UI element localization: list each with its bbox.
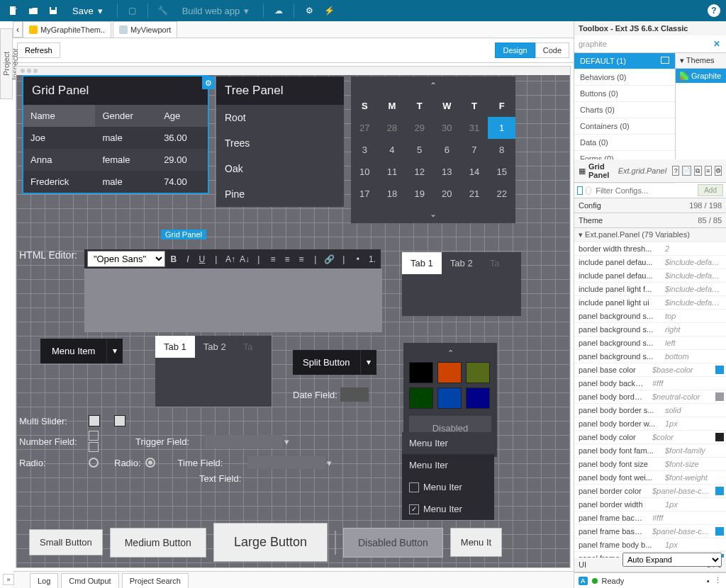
menu-list[interactable]: Menu Iter Menu Iter Menu Iter ✓Menu Iter	[402, 432, 494, 520]
menu-button[interactable]: Menu Item ▾	[40, 339, 123, 363]
chevron-down-icon[interactable]: ▾	[327, 458, 332, 468]
filter-circle-icon[interactable]	[586, 186, 591, 195]
gear-icon[interactable]: ⚙	[301, 3, 317, 18]
cmd-output-tab[interactable]: Cmd Output	[61, 573, 118, 588]
color-swatch[interactable]	[466, 362, 490, 383]
theme-var-row[interactable]: panel border width1px	[574, 498, 726, 511]
date-field[interactable]	[340, 388, 369, 402]
cal-selected-day[interactable]: 1	[488, 117, 515, 139]
cloud-icon[interactable]: ☁	[271, 3, 286, 18]
font-grow-icon[interactable]: A↑	[225, 254, 236, 264]
help-icon[interactable]: ?	[672, 166, 679, 176]
log-tab[interactable]: Log	[30, 573, 58, 588]
color-swatch[interactable]	[715, 392, 724, 401]
cal-next[interactable]: ⌄	[351, 205, 515, 223]
tab-panel[interactable]: Tab 1 Tab 2 Ta	[155, 336, 272, 407]
theme-var-row[interactable]: panel body font size$font-size	[574, 458, 726, 471]
medium-button[interactable]: Medium Button	[110, 528, 206, 558]
spinner-up[interactable]	[89, 431, 99, 441]
theme-var-row[interactable]: panel border color$panel-base-co...	[574, 485, 726, 498]
toolbox-category[interactable]: Containers (0)	[574, 118, 675, 135]
theme-var-row[interactable]: panel body border c...$neutral-color	[574, 390, 726, 404]
color-swatch[interactable]	[715, 527, 724, 536]
chevron-down-icon[interactable]: ▾	[360, 350, 376, 375]
tab-2[interactable]: Tab 2	[442, 252, 481, 274]
theme-var-row[interactable]: panel background s...top	[574, 310, 726, 323]
bolt-icon[interactable]: ⚡	[321, 3, 337, 18]
tab-theme[interactable]: MyGraphiteThem..	[23, 21, 111, 38]
tab-3[interactable]: Ta	[235, 336, 262, 358]
toolbox-category[interactable]: Charts (0)	[574, 102, 675, 118]
tab-2[interactable]: Tab 2	[195, 336, 235, 358]
project-search-tab[interactable]: Project Search	[122, 573, 189, 588]
chevron-down-icon[interactable]: ▾	[284, 436, 289, 447]
theme-var-row[interactable]: border width thresh...2	[574, 242, 726, 256]
tab-panel[interactable]: Tab 1 Tab 2 Ta	[402, 252, 521, 316]
wrench-icon[interactable]: 🔧	[155, 3, 171, 18]
color-swatch[interactable]	[409, 362, 433, 383]
status-square-icon[interactable]: ▪	[707, 577, 710, 585]
align-center-icon[interactable]: ≡	[281, 254, 293, 264]
bold-icon[interactable]: B	[168, 254, 179, 264]
auto-expand-select[interactable]: Auto Expand	[622, 553, 722, 567]
editor-body[interactable]	[84, 268, 382, 332]
theme-var-row[interactable]: panel body color$color	[574, 431, 726, 444]
italic-icon[interactable]: I	[182, 254, 194, 264]
color-swatch[interactable]	[715, 433, 724, 441]
tab-3[interactable]: Ta	[481, 252, 508, 274]
font-select[interactable]: "Open Sans"	[87, 251, 165, 267]
theme-var-row[interactable]: panel body font fam...$font-family	[574, 444, 726, 458]
color-swatch[interactable]	[437, 388, 462, 409]
add-button[interactable]: Add	[698, 184, 723, 196]
help-icon[interactable]: ?	[708, 4, 720, 17]
tree-panel[interactable]: Tree Panel Root Trees Oak Pine	[216, 77, 344, 207]
filter-configs-input[interactable]	[594, 185, 695, 196]
theme-var-row[interactable]: panel background s...bottom	[574, 350, 726, 363]
menu-check-item[interactable]: Menu Iter	[402, 476, 494, 498]
filter-toggle[interactable]	[577, 186, 583, 195]
status-grip-icon[interactable]: ⋮	[714, 576, 722, 585]
color-swatch[interactable]	[715, 366, 724, 374]
tab-1[interactable]: Tab 1	[155, 336, 195, 358]
theme-var-row[interactable]: panel background s...right	[574, 323, 726, 337]
var-group[interactable]: ▾ Ext.panel.Panel (79 Variables)	[574, 228, 726, 242]
table-row[interactable]: Annafemale29.00	[23, 149, 208, 171]
col-age[interactable]: Age	[157, 105, 208, 127]
expand-icon[interactable]: »	[3, 574, 14, 585]
save-button[interactable]: Save▾	[65, 3, 110, 18]
trigger-field[interactable]	[205, 435, 283, 448]
theme-var-row[interactable]: include panel light ui$include-default-u…	[574, 296, 726, 310]
slider-thumb[interactable]	[114, 415, 125, 426]
theme-section[interactable]: Theme	[574, 213, 650, 227]
theme-var-row[interactable]: include panel light f...$include-default…	[574, 283, 726, 296]
color-swatch[interactable]	[715, 487, 724, 495]
toolbox-category[interactable]: Data (0)	[574, 135, 675, 151]
radio-button[interactable]	[145, 458, 155, 468]
tree-item[interactable]: Oak	[216, 156, 344, 181]
table-row[interactable]: Joemale36.00	[23, 127, 208, 149]
split-button[interactable]: Split Button ▾	[293, 350, 376, 375]
config-section[interactable]: Config	[574, 198, 650, 213]
clear-icon[interactable]: ✕	[710, 39, 723, 49]
color-swatch[interactable]	[466, 388, 490, 409]
theme-var-row[interactable]: include panel defau...$include-default-u…	[574, 256, 726, 269]
html-editor[interactable]: HTML Editor: "Open Sans" B I U | A↑ A↓ |…	[19, 249, 388, 334]
color-swatch[interactable]	[715, 379, 724, 388]
theme-var-row[interactable]: panel body border w...1px	[574, 417, 726, 431]
time-field[interactable]	[247, 456, 325, 469]
date-picker[interactable]: ⌃ SMTWTF 27282930311 345678 101112131415…	[351, 77, 515, 223]
chevron-down-icon[interactable]: ▾	[106, 339, 123, 363]
grid-panel[interactable]: Grid Panel NameGenderAge Joemale36.00 An…	[23, 77, 208, 193]
tree-item[interactable]: Root	[216, 105, 344, 130]
color-swatch[interactable]	[715, 514, 724, 522]
theme-var-row[interactable]: panel body font wei...$font-weight	[574, 471, 726, 485]
design-tab[interactable]: Design	[495, 43, 535, 58]
new-icon[interactable]	[6, 3, 21, 18]
col-gender[interactable]: Gender	[95, 105, 157, 127]
save-icon[interactable]	[45, 3, 61, 18]
theme-var-row[interactable]: panel frame backgr...#fff	[574, 511, 726, 525]
underline-icon[interactable]: U	[196, 254, 208, 264]
project-inspector-tab[interactable]: Project Inspector	[0, 28, 13, 99]
theme-graphite[interactable]: Graphite	[676, 69, 726, 83]
cp-prev[interactable]: ⌃	[409, 349, 491, 362]
